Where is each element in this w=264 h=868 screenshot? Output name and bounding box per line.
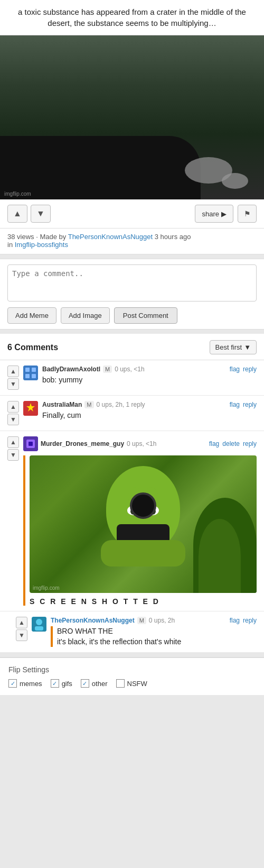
comment-item: ▲ ▼ Murder_Drones_meme_guy 0 ups, <1h fl…: [0, 431, 264, 611]
comment-meta-line: ThePersonKnownAsNugget M 0 ups, 2h flag …: [51, 617, 257, 624]
flip-checkbox-gifs: ✓ gifs: [51, 679, 72, 688]
reply-action[interactable]: reply: [243, 401, 257, 408]
delete-action[interactable]: delete: [222, 440, 240, 447]
flag-action[interactable]: flag: [209, 440, 219, 447]
svg-rect-3: [25, 374, 30, 378]
author-link[interactable]: ThePersonKnownAsNugget: [68, 233, 153, 241]
flag-action[interactable]: flag: [230, 617, 240, 624]
add-meme-button[interactable]: Add Meme: [7, 307, 56, 324]
post-comment-button[interactable]: Post Comment: [114, 307, 177, 324]
reply-action[interactable]: reply: [243, 440, 257, 447]
comment-content: BadlyDrawnAxolotl M 0 ups, <1h flag repl…: [42, 366, 257, 386]
comment-stats: 0 ups, 2h, 1 reply: [97, 401, 145, 408]
shrek-hands: [101, 540, 185, 567]
meme-dark-shape: [0, 136, 201, 199]
nsfw-label: NSFW: [127, 680, 147, 688]
comment-content: AustraliaMan M 0 ups, 2h, 1 reply flag r…: [42, 401, 257, 421]
meme-title: a toxic substance has appeared from a cr…: [8, 6, 256, 29]
svg-rect-1: [25, 368, 30, 372]
meme-image: imgflip.com: [0, 35, 264, 199]
comment-input[interactable]: [7, 264, 257, 301]
comment-downvote-button[interactable]: ▼: [7, 378, 19, 390]
upvote-button[interactable]: ▲: [7, 205, 27, 223]
flag-action[interactable]: flag: [230, 366, 240, 373]
reply-action[interactable]: reply: [243, 617, 257, 624]
svg-rect-4: [32, 374, 36, 378]
comment-vote-col: ▲ ▼: [7, 401, 19, 425]
comment-meta-line: Murder_Drones_meme_guy 0 ups, <1h flag d…: [23, 436, 257, 451]
comment-text: BRO WHAT THEit's black, it's the reflect…: [57, 626, 257, 647]
comment-meta-line: AustraliaMan M 0 ups, 2h, 1 reply flag r…: [42, 401, 257, 408]
svg-rect-12: [35, 626, 43, 631]
community-in-label: in: [7, 241, 13, 249]
nsfw-checkbox[interactable]: ✓: [116, 679, 125, 688]
flag-button[interactable]: ⚑: [238, 205, 257, 223]
gifs-label: gifs: [62, 680, 72, 688]
comment-text: Finally, cum: [42, 410, 257, 421]
share-icon: ▶: [221, 210, 227, 218]
shrek-bg-trees2: [199, 519, 241, 593]
comment-box-section: Add Meme Add Image Post Comment: [0, 259, 264, 330]
comment-vote-col: ▲ ▼: [7, 436, 19, 461]
comment-actions: flag reply: [230, 366, 257, 373]
comment-downvote-button[interactable]: ▼: [16, 629, 27, 641]
comment-text: bob: yummy: [42, 375, 257, 386]
downvote-button[interactable]: ▼: [31, 205, 51, 223]
comment-actions: flag delete reply: [209, 440, 257, 447]
comment-upvote-button[interactable]: ▲: [7, 436, 19, 448]
comment-nested-content: BRO WHAT THEit's black, it's the reflect…: [51, 626, 257, 647]
add-image-button[interactable]: Add Image: [61, 307, 110, 324]
shrek-image: imgflip.com: [30, 455, 257, 593]
comment-downvote-button[interactable]: ▼: [7, 449, 19, 461]
made-by-label: Made by: [40, 233, 66, 241]
comments-header: 6 Comments Best first ▼: [0, 334, 264, 360]
sort-arrow-icon: ▼: [244, 343, 251, 351]
flag-action[interactable]: flag: [230, 401, 240, 408]
comment-item: ▲ ▼ AustraliaMan M 0 ups, 2h, 1 reply fl…: [0, 396, 264, 431]
comment-upvote-button[interactable]: ▲: [7, 366, 19, 377]
comment-upvote-button[interactable]: ▲: [16, 617, 27, 628]
comment-badge: M: [137, 617, 146, 624]
comment-stats: 0 ups, <1h: [115, 366, 144, 373]
memes-label: memes: [20, 680, 42, 688]
avatar: [23, 401, 38, 416]
meme-header: a toxic substance has appeared from a cr…: [0, 0, 264, 35]
comment-author: BadlyDrawnAxolotl: [42, 366, 100, 373]
comment-vote-col: ▲ ▼: [7, 366, 19, 390]
svg-point-11: [36, 619, 42, 625]
comment-stats: 0 ups, 2h: [149, 617, 175, 624]
other-label: other: [92, 680, 108, 688]
share-button[interactable]: share ▶: [195, 205, 233, 223]
flip-settings-row: ✓ memes ✓ gifs ✓ other ✓ NSFW: [8, 679, 256, 688]
comment-content: ThePersonKnownAsNugget M 0 ups, 2h flag …: [51, 617, 257, 647]
gifs-checkbox[interactable]: ✓: [51, 679, 59, 688]
comment-vote-col: ▲ ▼: [16, 617, 27, 641]
avatar: [23, 366, 38, 380]
meta-info: 38 views · Made by ThePersonKnownAsNugge…: [0, 229, 264, 254]
vote-buttons: ▲ ▼: [7, 205, 51, 223]
svg-rect-2: [32, 368, 36, 372]
comments-count: 6 Comments: [7, 343, 58, 352]
community-link[interactable]: Imgflip-bossfights: [15, 241, 68, 249]
sort-label: Best first: [215, 343, 242, 351]
time-ago: 3 hours ago: [155, 233, 191, 241]
comment-downvote-button[interactable]: ▼: [7, 414, 19, 425]
memes-checkbox[interactable]: ✓: [8, 679, 17, 688]
flip-checkbox-other: ✓ other: [81, 679, 108, 688]
other-checkbox[interactable]: ✓: [81, 679, 89, 688]
comment-author: Murder_Drones_meme_guy: [41, 440, 124, 447]
shrek-camera-lens: [130, 492, 156, 519]
sort-dropdown[interactable]: Best first ▼: [210, 340, 257, 354]
imgflip-watermark: imgflip.com: [4, 191, 31, 197]
svg-rect-0: [23, 366, 38, 380]
comment-item: ▲ ▼ BadlyDrawnAxolotl M 0 ups, <1h flag …: [0, 360, 264, 396]
flip-checkbox-nsfw: ✓ NSFW: [116, 679, 147, 688]
meme-blob2: [222, 173, 248, 189]
comment-author: ThePersonKnownAsNugget: [51, 617, 135, 624]
comment-badge: M: [103, 366, 112, 373]
flip-checkbox-memes: ✓ memes: [8, 679, 42, 688]
views-count: 38 views: [7, 233, 34, 241]
reply-action[interactable]: reply: [243, 366, 257, 373]
comment-stats: 0 ups, <1h: [127, 440, 156, 447]
comment-upvote-button[interactable]: ▲: [7, 401, 19, 413]
